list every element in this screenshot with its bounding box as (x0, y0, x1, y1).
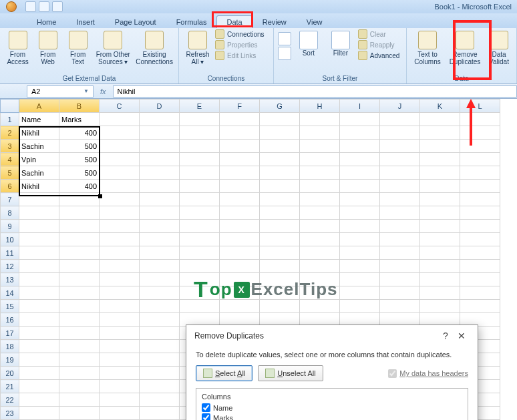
cell-H9[interactable] (300, 220, 340, 233)
cell-B2[interactable]: 400 (59, 126, 100, 140)
cell-E9[interactable] (180, 220, 220, 233)
cell-I3[interactable] (340, 140, 380, 153)
cell-E4[interactable] (180, 153, 220, 166)
row-header-23[interactable]: 23 (1, 407, 19, 420)
col-header-F[interactable]: F (220, 99, 260, 113)
col-header-B[interactable]: B (59, 99, 100, 113)
cell-J8[interactable] (380, 206, 420, 220)
cell-B23[interactable] (59, 407, 100, 420)
cell-L15[interactable] (460, 300, 500, 313)
cell-F6[interactable] (220, 180, 260, 193)
cell-K15[interactable] (420, 300, 460, 313)
cell-J11[interactable] (380, 246, 420, 260)
row-header-16[interactable]: 16 (1, 313, 19, 327)
cell-G9[interactable] (260, 220, 300, 233)
row-header-20[interactable]: 20 (1, 367, 19, 380)
btn-from-web[interactable]: From Web (34, 29, 61, 65)
cell-B9[interactable] (59, 220, 100, 233)
cell-D16[interactable] (140, 313, 180, 327)
row-header-4[interactable]: 4 (1, 153, 19, 166)
btn-from-text[interactable]: From Text (64, 29, 92, 65)
cell-F5[interactable] (220, 166, 260, 180)
row-header-9[interactable]: 9 (1, 220, 19, 233)
row-header-14[interactable]: 14 (1, 286, 19, 300)
cell-G3[interactable] (260, 140, 300, 153)
cell-K12[interactable] (420, 260, 460, 273)
row-header-18[interactable]: 18 (1, 340, 19, 353)
cell-B1[interactable]: Marks (59, 113, 100, 126)
cell-J13[interactable] (380, 273, 420, 286)
cell-E15[interactable] (180, 300, 220, 313)
cell-K2[interactable] (420, 126, 460, 140)
cell-I13[interactable] (340, 273, 380, 286)
cell-C8[interactable] (100, 206, 140, 220)
cell-A18[interactable] (19, 340, 59, 353)
cell-L6[interactable] (460, 180, 500, 193)
cell-D19[interactable] (140, 353, 180, 367)
cell-G5[interactable] (260, 166, 300, 180)
cell-A13[interactable] (19, 273, 59, 286)
cell-E11[interactable] (180, 246, 220, 260)
cell-G8[interactable] (260, 206, 300, 220)
cell-E8[interactable] (180, 206, 220, 220)
cell-J4[interactable] (380, 153, 420, 166)
dialog-close-icon[interactable]: ✕ (454, 331, 470, 341)
cell-H13[interactable] (300, 273, 340, 286)
cell-I8[interactable] (340, 206, 380, 220)
cell-J15[interactable] (380, 300, 420, 313)
cell-F15[interactable] (220, 300, 260, 313)
col-header-J[interactable]: J (380, 99, 420, 113)
cell-E10[interactable] (180, 233, 220, 246)
cell-A17[interactable] (19, 327, 59, 340)
cell-K6[interactable] (420, 180, 460, 193)
cell-B8[interactable] (59, 206, 100, 220)
tab-page-layout[interactable]: Page Layout (105, 15, 166, 28)
cell-L3[interactable] (460, 140, 500, 153)
chk-headers-input[interactable] (388, 369, 397, 378)
cell-B5[interactable]: 500 (59, 166, 100, 180)
cell-C3[interactable] (100, 140, 140, 153)
cell-E14[interactable] (180, 286, 220, 300)
cell-G13[interactable] (260, 273, 300, 286)
cell-I12[interactable] (340, 260, 380, 273)
cell-L8[interactable] (460, 206, 500, 220)
cell-G4[interactable] (260, 153, 300, 166)
btn-filter[interactable]: Filter (326, 29, 355, 57)
office-button[interactable] (0, 0, 23, 13)
cell-G14[interactable] (260, 286, 300, 300)
cell-I7[interactable] (340, 193, 380, 206)
tab-view[interactable]: View (297, 15, 333, 28)
cell-B15[interactable] (59, 300, 100, 313)
cell-H4[interactable] (300, 153, 340, 166)
col-header-L[interactable]: L (460, 99, 500, 113)
cell-C11[interactable] (100, 246, 140, 260)
cell-C15[interactable] (100, 300, 140, 313)
cell-K13[interactable] (420, 273, 460, 286)
btn-text-to-columns[interactable]: Text to Columns (411, 29, 444, 65)
row-header-2[interactable]: 2 (1, 126, 19, 140)
cell-A5[interactable]: Sachin (19, 166, 59, 180)
cell-L2[interactable] (460, 126, 500, 140)
cell-K7[interactable] (420, 193, 460, 206)
cell-L4[interactable] (460, 153, 500, 166)
cell-D6[interactable] (140, 180, 180, 193)
cell-G12[interactable] (260, 260, 300, 273)
cell-C14[interactable] (100, 286, 140, 300)
qat-save-icon[interactable] (25, 1, 36, 12)
cell-K14[interactable] (420, 286, 460, 300)
cell-H1[interactable] (300, 113, 340, 126)
cell-I9[interactable] (340, 220, 380, 233)
cell-D15[interactable] (140, 300, 180, 313)
cell-D21[interactable] (140, 380, 180, 393)
cell-C9[interactable] (100, 220, 140, 233)
cell-K11[interactable] (420, 246, 460, 260)
row-header-17[interactable]: 17 (1, 327, 19, 340)
row-header-1[interactable]: 1 (1, 113, 19, 126)
btn-sort[interactable]: Sort (294, 29, 323, 57)
cell-C20[interactable] (100, 367, 140, 380)
cell-B7[interactable] (59, 193, 100, 206)
cell-H5[interactable] (300, 166, 340, 180)
row-header-5[interactable]: 5 (1, 166, 19, 180)
row-header-8[interactable]: 8 (1, 206, 19, 220)
cell-A4[interactable]: Vpin (19, 153, 59, 166)
